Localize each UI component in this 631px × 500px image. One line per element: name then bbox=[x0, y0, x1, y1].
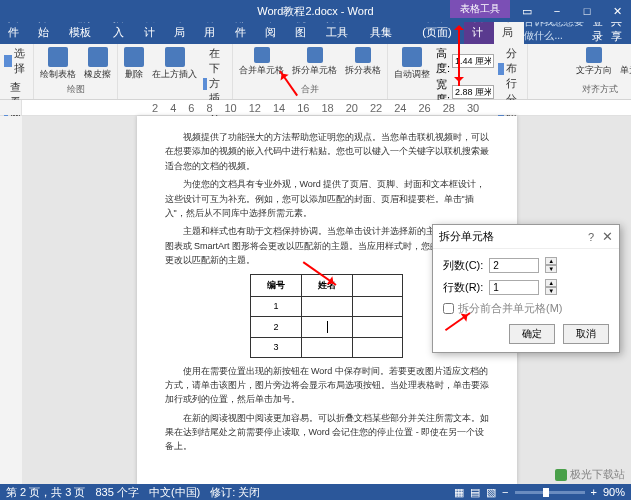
rows-up-icon[interactable]: ▲ bbox=[545, 279, 557, 287]
cols-up-icon[interactable]: ▲ bbox=[545, 257, 557, 265]
status-lang[interactable]: 中文(中国) bbox=[149, 485, 200, 500]
rows-label: 行数(R): bbox=[443, 280, 483, 295]
split-table-button[interactable]: 拆分表格 bbox=[343, 46, 383, 78]
height-input[interactable] bbox=[452, 54, 494, 68]
autofit-button[interactable]: 自动调整 bbox=[392, 46, 432, 82]
group-draw: 绘图 bbox=[38, 83, 113, 97]
view-web-icon[interactable]: ▧ bbox=[486, 486, 496, 499]
table-header[interactable]: 编号 bbox=[251, 274, 302, 296]
rows-down-icon[interactable]: ▼ bbox=[545, 287, 557, 295]
ribbon-options-icon[interactable]: ▭ bbox=[513, 0, 541, 22]
split-cells-button[interactable]: 拆分单元格 bbox=[290, 46, 339, 78]
columns-input[interactable] bbox=[489, 258, 539, 273]
text-direction-button[interactable]: 文字方向 bbox=[574, 46, 614, 78]
table-cell[interactable] bbox=[353, 337, 403, 357]
table-cell[interactable] bbox=[302, 296, 353, 316]
ok-button[interactable]: 确定 bbox=[509, 324, 555, 344]
delete-button[interactable]: 删除 bbox=[122, 46, 146, 82]
split-cells-dialog: 拆分单元格 ? ✕ 列数(C): ▲▼ 行数(R): ▲▼ 拆分前合并单元格(M… bbox=[432, 224, 620, 353]
table-cell[interactable] bbox=[302, 337, 353, 357]
cell-margins-button[interactable]: 单元格边距 bbox=[618, 46, 631, 78]
contextual-tab-label: 表格工具 bbox=[450, 0, 510, 18]
merge-cells-button[interactable]: 合并单元格 bbox=[237, 46, 286, 78]
table-row: 2 bbox=[251, 316, 403, 337]
zoom-out-icon[interactable]: − bbox=[502, 486, 508, 498]
distribute-rows-button[interactable]: 分布行 bbox=[498, 46, 523, 91]
merge-before-checkbox[interactable] bbox=[443, 303, 454, 314]
table-cell[interactable] bbox=[302, 316, 353, 337]
view-read-icon[interactable]: ▦ bbox=[454, 486, 464, 499]
table-row: 1 bbox=[251, 296, 403, 316]
zoom-slider[interactable] bbox=[515, 491, 585, 494]
select-button[interactable]: 选择 bbox=[4, 46, 29, 76]
table-cell[interactable]: 1 bbox=[251, 296, 302, 316]
table-row: 3 bbox=[251, 337, 403, 357]
merge-before-label: 拆分前合并单元格(M) bbox=[458, 301, 563, 316]
view-print-icon[interactable]: ▤ bbox=[470, 486, 480, 499]
alignment-grid[interactable] bbox=[532, 46, 570, 78]
document-table[interactable]: 编号姓名 1 2 3 bbox=[250, 274, 403, 358]
table-header[interactable]: 姓名 bbox=[302, 274, 353, 296]
paragraph: 视频提供了功能强大的方法帮助您证明您的观点。当您单击联机视频时，可以在想要添加的… bbox=[165, 130, 489, 173]
cols-down-icon[interactable]: ▼ bbox=[545, 265, 557, 273]
ribbon: 选择 查看网格线 属性 表 绘制表格 橡皮擦 绘图 删除 在上方插入 在下方插入… bbox=[0, 44, 631, 100]
group-alignment: 对齐方式 bbox=[532, 83, 631, 97]
dialog-title: 拆分单元格 bbox=[439, 229, 494, 244]
rows-input[interactable] bbox=[489, 280, 539, 295]
text-cursor bbox=[327, 321, 328, 333]
annotation-arrow bbox=[454, 20, 464, 30]
table-cell[interactable] bbox=[353, 316, 403, 337]
paragraph: 为使您的文档具有专业外观，Word 提供了页眉、页脚、封面和文本框设计，这些设计… bbox=[165, 177, 489, 220]
help-icon[interactable]: ? bbox=[588, 231, 594, 243]
watermark: 极光下载站 bbox=[555, 467, 625, 482]
draw-table-button[interactable]: 绘制表格 bbox=[38, 46, 78, 82]
zoom-in-icon[interactable]: + bbox=[591, 486, 597, 498]
status-words[interactable]: 835 个字 bbox=[95, 485, 138, 500]
table-header[interactable] bbox=[353, 274, 403, 296]
cancel-button[interactable]: 取消 bbox=[563, 324, 609, 344]
minimize-icon[interactable]: − bbox=[543, 0, 571, 22]
paragraph: 在新的阅读视图中阅读更加容易。可以折叠文档某些部分并关注所需文本。如果在达到结尾… bbox=[165, 411, 489, 454]
width-input[interactable] bbox=[452, 85, 494, 99]
document-title: Word教程2.docx - Word bbox=[257, 4, 373, 19]
table-row: 编号姓名 bbox=[251, 274, 403, 296]
table-cell[interactable]: 2 bbox=[251, 316, 302, 337]
close-dialog-icon[interactable]: ✕ bbox=[602, 229, 613, 244]
status-page[interactable]: 第 2 页，共 3 页 bbox=[6, 485, 85, 500]
vertical-ruler[interactable] bbox=[0, 116, 22, 484]
eraser-button[interactable]: 橡皮擦 bbox=[82, 46, 113, 82]
close-icon[interactable]: ✕ bbox=[603, 0, 631, 22]
insert-above-button[interactable]: 在上方插入 bbox=[150, 46, 199, 82]
group-merge: 合并 bbox=[237, 83, 383, 97]
height-label: 高度: bbox=[436, 46, 450, 76]
columns-label: 列数(C): bbox=[443, 258, 483, 273]
status-track[interactable]: 修订: 关闭 bbox=[210, 485, 260, 500]
paragraph: 使用在需要位置出现的新按钮在 Word 中保存时间。若要更改图片适应文档的方式，… bbox=[165, 364, 489, 407]
horizontal-ruler[interactable]: 24681012141618202224262830 bbox=[22, 100, 631, 115]
table-cell[interactable]: 3 bbox=[251, 337, 302, 357]
table-cell[interactable] bbox=[353, 296, 403, 316]
maximize-icon[interactable]: □ bbox=[573, 0, 601, 22]
zoom-value[interactable]: 90% bbox=[603, 486, 625, 498]
